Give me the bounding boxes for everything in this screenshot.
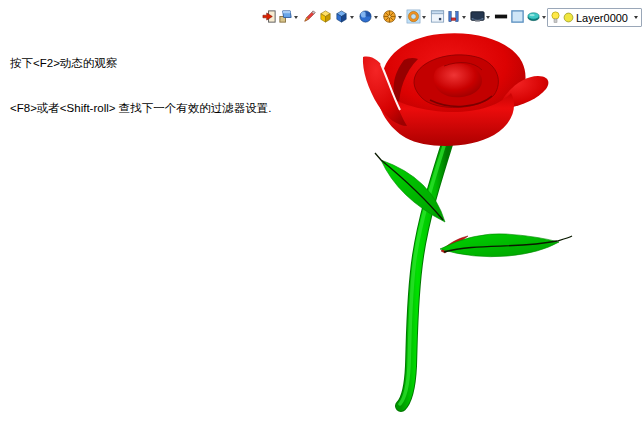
pencil-icon[interactable] (301, 8, 317, 25)
frame-icon[interactable] (509, 8, 525, 25)
prompt-line-1: 按下<F2>动态的观察 (10, 56, 271, 71)
chevron-down-icon[interactable] (422, 16, 426, 19)
yellow-box-icon[interactable] (317, 8, 333, 25)
sphere-icon[interactable] (357, 8, 373, 25)
line-width-icon[interactable] (493, 8, 509, 25)
prompt-line-2: <F8>或者<Shift-roll> 查找下一个有效的过滤器设置. (10, 101, 271, 116)
command-prompt-hint: 按下<F2>动态的观察 <F8>或者<Shift-roll> 查找下一个有效的过… (10, 26, 271, 146)
lightbulb-icon (550, 11, 561, 24)
chevron-down-icon[interactable] (542, 16, 546, 19)
layer-combobox-value: Layer0000 (576, 12, 632, 24)
teal-disc-icon[interactable] (525, 8, 541, 25)
layer-color-icon (563, 12, 574, 23)
h-views-icon[interactable] (445, 8, 461, 25)
orange-wheel-icon[interactable] (381, 8, 397, 25)
chevron-down-icon[interactable] (486, 16, 490, 19)
drawing-canvas[interactable]: 按下<F2>动态的观察 <F8>或者<Shift-roll> 查找下一个有效的过… (0, 0, 644, 430)
chevron-down-icon[interactable] (398, 16, 402, 19)
exit-door-icon[interactable] (261, 8, 277, 25)
torus-icon[interactable] (405, 8, 421, 25)
chevron-down-icon[interactable] (634, 16, 638, 19)
rose-leaf-right (440, 234, 572, 257)
chevron-down-icon[interactable] (462, 16, 466, 19)
window-icon[interactable] (429, 8, 445, 25)
rose-model[interactable] (352, 28, 592, 418)
rose-flower-head (363, 33, 548, 146)
layer-combobox[interactable]: Layer0000 (547, 8, 642, 27)
monitor-icon[interactable] (469, 8, 485, 25)
page-copy-icon[interactable] (277, 8, 293, 25)
chevron-down-icon[interactable] (374, 16, 378, 19)
chevron-down-icon[interactable] (350, 16, 354, 19)
chevron-down-icon[interactable] (294, 16, 298, 19)
render-toolbar (261, 6, 549, 26)
blue-cube-icon[interactable] (333, 8, 349, 25)
